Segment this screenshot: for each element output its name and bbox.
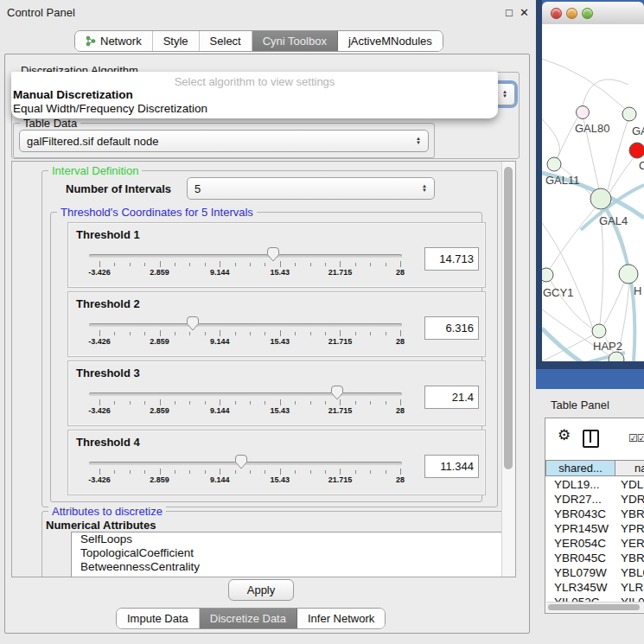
network-HAP2-node[interactable] (592, 324, 606, 338)
cell-shared-name: YBR045C (545, 551, 621, 565)
tab-network[interactable]: Network (75, 31, 153, 51)
tick-label: 9.144 (210, 406, 230, 415)
float-window-icon[interactable]: □ (506, 6, 513, 19)
table-row[interactable]: YER054CYER0 (545, 536, 644, 551)
table-data-title: Table Data (20, 117, 80, 130)
table-row[interactable]: YBL079WYBL0 (545, 565, 644, 580)
top-tab-bar: NetworkStyleSelectCyni ToolboxjActiveMNo… (74, 30, 443, 52)
cell-shared-name: YDR27... (545, 492, 621, 507)
dropdown-item-manual-discretization[interactable]: Manual Discretization (13, 88, 133, 101)
network-edge[interactable] (542, 119, 559, 159)
settings-scroll-viewport: Interval Definition Number of Intervals … (11, 161, 516, 577)
attribute-item[interactable]: BetweennessCentrality (72, 560, 516, 574)
attribute-item[interactable]: SelfLoops (72, 532, 516, 546)
threshold-label: Threshold 3 (76, 367, 140, 379)
network-window-frame-edge (536, 0, 542, 369)
network-node[interactable] (619, 265, 638, 284)
cell-shared-name: YER054C (545, 536, 621, 551)
minimize-traffic-light[interactable] (566, 8, 577, 19)
tab-style[interactable]: Style (153, 31, 200, 51)
network-window-titlebar[interactable] (542, 2, 644, 25)
network-edge[interactable] (550, 208, 595, 269)
slider-ticks (68, 399, 485, 406)
table-row[interactable]: YLR345WYLR3 (545, 580, 644, 595)
number-of-intervals-value: 5 (194, 182, 201, 195)
network-GCY1-node[interactable] (542, 268, 553, 282)
select-columns-checkboxes-icon[interactable]: ☑☑ (628, 432, 644, 444)
slider-thumb[interactable] (330, 385, 344, 400)
node-table: YDL19...YDL1YDR27...YDR2YBR043CYBR0YPR14… (545, 477, 644, 602)
column-header-name[interactable]: na (615, 460, 644, 476)
tab-label: Select (210, 35, 241, 48)
slider-track[interactable] (89, 392, 402, 396)
network-GAL4-node[interactable] (590, 188, 611, 209)
threshold-panel-4: Threshold 4-3.4262.8599.14415.4321.71528… (67, 430, 486, 495)
attribute-item[interactable]: TopologicalCoefficient (72, 546, 516, 560)
tick-label: 2.859 (150, 406, 169, 415)
tab-infer-network[interactable]: Infer Network (297, 609, 385, 628)
tab-label: Network (100, 35, 142, 48)
slider-ticks (68, 330, 485, 337)
table-row[interactable]: YIL052CYIL0 (545, 595, 644, 602)
threshold-value-field[interactable]: 21.4 (424, 386, 479, 409)
gear-icon[interactable]: ⚙ (558, 426, 571, 444)
threshold-value-field[interactable]: 14.713 (424, 247, 479, 271)
network-edge-highlighted[interactable] (606, 209, 634, 361)
close-icon[interactable]: ✕ (520, 6, 529, 19)
network-GAL80-node[interactable] (577, 106, 590, 119)
network-window-frame-edge (536, 361, 644, 369)
tick-label: 9.144 (210, 475, 230, 484)
tick-label: 2.859 (150, 268, 169, 277)
slider-track[interactable] (89, 254, 402, 258)
cell-name: YBR0 (621, 507, 644, 521)
tick-label: 28 (396, 268, 405, 277)
tab-cyni-toolbox[interactable]: Cyni Toolbox (252, 31, 338, 51)
dropdown-item-equal-width-frequency[interactable]: Equal Width/Frequency Discretization (13, 102, 207, 115)
zoom-traffic-light[interactable] (582, 8, 593, 19)
tab-discretize-data[interactable]: Discretize Data (200, 609, 297, 628)
tick-label: -3.426 (88, 475, 111, 484)
network-edge[interactable] (603, 283, 624, 326)
slider-thumb[interactable] (234, 454, 248, 469)
tab-impute-data[interactable]: Impute Data (117, 609, 200, 628)
tick-label: 15.43 (271, 337, 290, 346)
table-data-combo-value: galFiltered.sif default node (27, 135, 158, 148)
table-row[interactable]: YDR27...YDR2 (545, 492, 644, 507)
table-row[interactable]: YBR043CYBR0 (545, 507, 644, 521)
number-of-intervals-combo[interactable]: 5 ▲▼ (187, 177, 435, 200)
tab-select[interactable]: Select (200, 31, 252, 51)
node-label: HAP2 (593, 340, 622, 353)
tick-label: 28 (396, 337, 405, 346)
network-canvas[interactable]: GAL80GACGAL11GAL4GCY1HHAP2 (542, 24, 644, 361)
column-header-shared[interactable]: shared... (545, 460, 615, 476)
network-GAL11-node[interactable] (547, 157, 561, 171)
split-columns-icon[interactable] (583, 430, 599, 448)
table-row[interactable]: YDL19...YDL1 (545, 477, 644, 492)
tab-jactivemnodules[interactable]: jActiveMNodules (338, 31, 443, 51)
network-edge[interactable] (609, 157, 634, 193)
table-data-combo[interactable]: galFiltered.sif default node ▲▼ (19, 130, 429, 152)
threshold-label: Threshold 4 (76, 436, 140, 449)
table-row[interactable]: YBR045CYBR0 (545, 551, 644, 565)
table-horizontal-scrollbar[interactable] (546, 602, 644, 612)
apply-button[interactable]: Apply (228, 579, 294, 601)
slider-thumb[interactable] (186, 316, 200, 331)
tick-label: -3.426 (88, 337, 111, 346)
thresholds-group-title: Threshold's Coordinates for 5 Intervals (57, 206, 257, 219)
close-traffic-light[interactable] (551, 8, 562, 19)
interval-definition-title: Interval Definition (48, 164, 142, 177)
cell-name: YIL0 (621, 595, 644, 602)
tick-label: 2.859 (150, 475, 169, 484)
network-node[interactable] (622, 107, 636, 121)
settings-scrollbar[interactable] (501, 162, 515, 577)
network-red-node[interactable] (629, 143, 644, 158)
slider-thumb[interactable] (266, 246, 280, 262)
tick-label: 21.715 (328, 406, 353, 415)
slider-track[interactable] (89, 323, 402, 327)
algorithm-dropdown: Select algorithm to view settings Manual… (11, 72, 498, 118)
threshold-value-field[interactable]: 6.316 (424, 316, 479, 340)
table-row[interactable]: YPR145WYPR1 (545, 521, 644, 536)
threshold-value-field[interactable]: 11.344 (424, 455, 479, 478)
tab-label: Cyni Toolbox (263, 35, 327, 48)
threshold-label: Threshold 2 (76, 297, 140, 310)
